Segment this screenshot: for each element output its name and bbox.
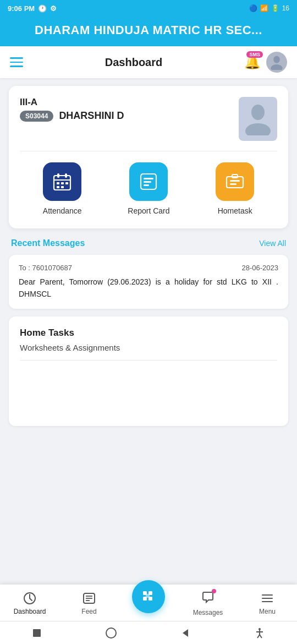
- student-photo: [239, 97, 277, 141]
- hometask-card-subtitle: Worksheets & Assignments: [20, 343, 277, 352]
- svg-point-35: [106, 628, 116, 638]
- svg-marker-36: [183, 629, 188, 637]
- nav-label-feed: Feed: [81, 608, 96, 615]
- divider: [20, 151, 277, 151]
- hometask-label: Hometask: [218, 206, 252, 215]
- hometask-card: Home Tasks Worksheets & Assignments: [9, 316, 288, 426]
- grid-icon: [141, 589, 156, 604]
- accessibility-icon: [254, 627, 266, 639]
- nav-icons: SMS 🔔: [244, 52, 287, 73]
- message-date: 28-06-2023: [242, 264, 279, 272]
- svg-line-41: [260, 635, 262, 638]
- main-content: III-A S03044 DHARSHINI D: [0, 78, 297, 441]
- stop-icon: [31, 627, 42, 638]
- status-time: 9:06 PM 🕐 ⚙: [8, 4, 57, 13]
- class-label: III-A: [20, 97, 124, 108]
- recent-messages-title: Recent Messages: [11, 238, 85, 248]
- sys-home-button[interactable]: [105, 627, 117, 639]
- notification-bell[interactable]: SMS 🔔: [244, 54, 261, 70]
- svg-rect-9: [61, 182, 64, 184]
- student-name: DHARSHINI D: [59, 110, 124, 122]
- report-icon-bg: [129, 162, 168, 201]
- hamburger-menu[interactable]: [10, 57, 23, 67]
- bottom-nav: Dashboard Feed Messages: [0, 585, 297, 621]
- nav-label-dashboard: Dashboard: [14, 608, 46, 615]
- attendance-action[interactable]: Attendance: [43, 162, 82, 215]
- attendance-label: Attendance: [43, 206, 82, 215]
- svg-rect-11: [57, 186, 59, 188]
- svg-rect-30: [146, 594, 150, 598]
- status-bar: 9:06 PM 🕐 ⚙ 🔵 📶 🔋 16: [0, 0, 297, 17]
- nav-label-menu: Menu: [259, 608, 276, 615]
- attendance-icon-bg: [43, 162, 81, 201]
- sys-back-button[interactable]: [180, 627, 191, 638]
- svg-rect-8: [57, 182, 59, 184]
- nav-center-button[interactable]: [132, 580, 165, 613]
- report-card-label: Report Card: [128, 206, 169, 215]
- nav-item-messages[interactable]: Messages: [191, 590, 224, 616]
- home-circle-icon: [105, 627, 117, 639]
- hometask-icon-bg: [216, 162, 254, 201]
- svg-rect-5: [57, 173, 59, 178]
- menu-icon: [260, 591, 274, 605]
- message-meta: To : 7601070687 28-06-2023: [19, 264, 278, 272]
- system-nav: [0, 621, 297, 644]
- nav-title: Dashboard: [105, 56, 162, 69]
- svg-point-37: [258, 628, 261, 630]
- messages-dot: [212, 589, 216, 593]
- student-card: III-A S03044 DHARSHINI D: [9, 86, 288, 228]
- message-card: To : 7601070687 28-06-2023 Dear Parent, …: [9, 255, 288, 309]
- report-card-action[interactable]: Report Card: [128, 162, 169, 215]
- recent-messages-header: Recent Messages View All: [9, 238, 288, 248]
- user-avatar[interactable]: [266, 52, 287, 73]
- sys-stop-button[interactable]: [31, 627, 42, 638]
- quick-actions: Attendance Report Card: [20, 162, 277, 215]
- svg-rect-14: [144, 178, 153, 179]
- student-top: III-A S03044 DHARSHINI D: [20, 97, 277, 141]
- school-banner: DHARAM HINDUJA MATRIC HR SEC...: [0, 17, 297, 46]
- student-details: III-A S03044 DHARSHINI D: [20, 97, 124, 122]
- hometask-card-title: Home Tasks: [20, 328, 277, 339]
- svg-rect-15: [144, 181, 151, 183]
- feed-icon: [82, 591, 96, 605]
- hometask-content-area: [20, 360, 277, 415]
- status-icons: 🔵 📶 🔋 16: [249, 4, 289, 12]
- dashboard-icon: [23, 591, 37, 605]
- student-id: S03044: [20, 111, 53, 122]
- svg-rect-19: [230, 183, 237, 185]
- nav-item-dashboard[interactable]: Dashboard: [13, 591, 46, 615]
- nav-item-feed[interactable]: Feed: [73, 591, 106, 615]
- svg-rect-12: [61, 186, 64, 188]
- student-info: S03044 DHARSHINI D: [20, 110, 124, 122]
- view-all-button[interactable]: View All: [259, 239, 286, 248]
- svg-rect-34: [33, 629, 41, 637]
- message-to: To : 7601070687: [19, 264, 72, 272]
- svg-point-0: [273, 56, 280, 63]
- messages-icon-wrap: [201, 590, 215, 607]
- hometask-action[interactable]: Hometask: [216, 162, 254, 215]
- sms-badge: SMS: [246, 51, 263, 58]
- svg-rect-16: [144, 184, 149, 186]
- svg-rect-10: [65, 182, 68, 184]
- svg-point-1: [271, 64, 282, 70]
- svg-rect-6: [65, 173, 67, 178]
- nav-item-menu[interactable]: Menu: [251, 591, 284, 615]
- svg-point-3: [245, 123, 271, 135]
- svg-point-2: [251, 105, 265, 120]
- nav-bar: Dashboard SMS 🔔: [0, 46, 297, 78]
- nav-label-messages: Messages: [193, 609, 223, 616]
- back-icon: [180, 627, 191, 638]
- message-body: Dear Parent, Tomorrow (29.06.2023) is a …: [19, 276, 278, 300]
- svg-rect-18: [230, 180, 240, 182]
- sys-accessibility-button[interactable]: [254, 627, 266, 639]
